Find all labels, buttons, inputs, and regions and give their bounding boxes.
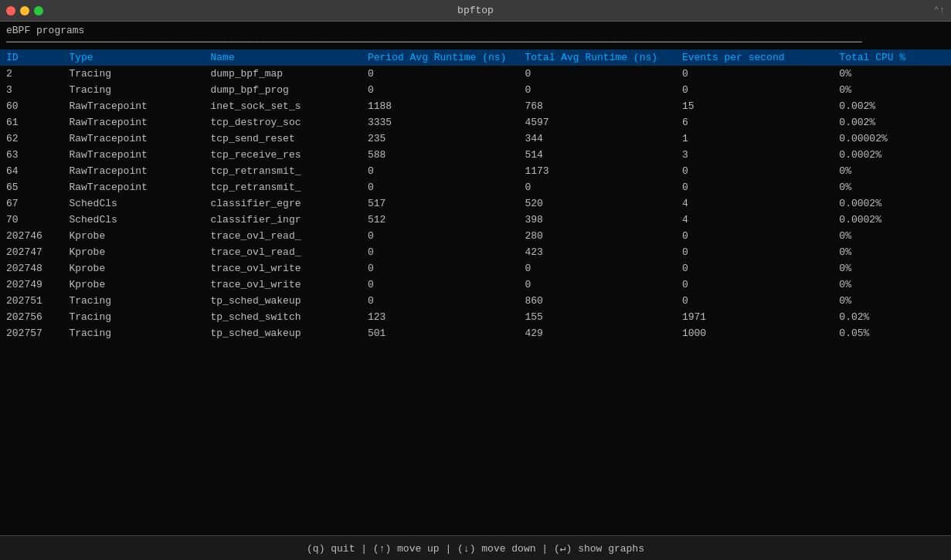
table-row[interactable]: 2Tracingdump_bpf_map0000%	[0, 66, 951, 82]
cell-name: inet_sock_set_s	[204, 98, 361, 114]
table-row[interactable]: 67SchedClsclassifier_egre51752040.0002%	[0, 195, 951, 212]
cell-period: 0	[362, 293, 518, 309]
cell-events: 4	[676, 212, 833, 228]
cell-type: Tracing	[63, 325, 204, 341]
titlebar: bpftop ⌃↑	[0, 0, 951, 22]
cell-total: 280	[518, 228, 675, 244]
cell-id: 202749	[0, 277, 63, 293]
cell-id: 202746	[0, 228, 63, 244]
maximize-button[interactable]	[34, 6, 43, 15]
cell-name: trace_ovl_write	[204, 277, 361, 293]
table-row[interactable]: 202749Kprobetrace_ovl_write0000%	[0, 277, 951, 293]
cell-total: 768	[518, 98, 675, 114]
cell-type: Kprobe	[63, 244, 204, 260]
cell-period: 0	[362, 277, 518, 293]
cell-type: SchedCls	[63, 212, 204, 228]
cell-id: 64	[0, 163, 63, 179]
table-row[interactable]: 202747Kprobetrace_ovl_read_042300%	[0, 244, 951, 260]
cell-name: trace_ovl_read_	[204, 244, 361, 260]
cell-cpu: 0%	[833, 66, 951, 82]
cell-type: SchedCls	[63, 195, 204, 212]
cell-type: Tracing	[63, 293, 204, 309]
cell-total: 0	[518, 260, 675, 277]
cell-cpu: 0%	[833, 277, 951, 293]
cell-period: 0	[362, 244, 518, 260]
cell-name: trace_ovl_write	[204, 260, 361, 277]
cell-period: 0	[362, 228, 518, 244]
cell-type: Kprobe	[63, 228, 204, 244]
cell-period: 0	[362, 260, 518, 277]
cell-events: 1971	[676, 309, 833, 325]
table-row[interactable]: 64RawTracepointtcp_retransmit_0117300%	[0, 163, 951, 179]
table-container: ID Type Name Period Avg Runtime (ns) Tot…	[0, 49, 951, 535]
window-controls	[6, 6, 43, 15]
table-row[interactable]: 65RawTracepointtcp_retransmit_0000%	[0, 179, 951, 195]
cell-total: 0	[518, 277, 675, 293]
main-content: eBPF programs ──────────────────────────…	[0, 22, 951, 535]
cell-id: 61	[0, 114, 63, 131]
col-header-type: Type	[63, 49, 204, 66]
cell-events: 4	[676, 195, 833, 212]
minimize-button[interactable]	[20, 6, 29, 15]
table-row[interactable]: 60RawTracepointinet_sock_set_s1188768150…	[0, 98, 951, 114]
cell-events: 0	[676, 244, 833, 260]
cell-cpu: 0%	[833, 293, 951, 309]
cell-events: 0	[676, 277, 833, 293]
titlebar-shortcut: ⌃↑	[934, 5, 945, 16]
cell-id: 202757	[0, 325, 63, 341]
cell-events: 0	[676, 228, 833, 244]
cell-total: 0	[518, 66, 675, 82]
window-title: bpftop	[457, 5, 494, 16]
ebpf-table: ID Type Name Period Avg Runtime (ns) Tot…	[0, 49, 951, 341]
table-row[interactable]: 70SchedClsclassifier_ingr51239840.0002%	[0, 212, 951, 228]
cell-cpu: 0.00002%	[833, 131, 951, 147]
cell-id: 65	[0, 179, 63, 195]
cell-cpu: 0.0002%	[833, 212, 951, 228]
cell-cpu: 0.0002%	[833, 195, 951, 212]
section-label: eBPF programs	[6, 25, 84, 36]
cell-cpu: 0.0002%	[833, 147, 951, 163]
cell-id: 202756	[0, 309, 63, 325]
table-row[interactable]: 3Tracingdump_bpf_prog0000%	[0, 82, 951, 98]
cell-total: 4597	[518, 114, 675, 131]
cell-name: tp_sched_wakeup	[204, 293, 361, 309]
cell-cpu: 0%	[833, 179, 951, 195]
cell-period: 517	[362, 195, 518, 212]
cell-name: tcp_retransmit_	[204, 179, 361, 195]
table-row[interactable]: 202748Kprobetrace_ovl_write0000%	[0, 260, 951, 277]
cell-id: 62	[0, 131, 63, 147]
table-row[interactable]: 61RawTracepointtcp_destroy_soc3335459760…	[0, 114, 951, 131]
cell-id: 63	[0, 147, 63, 163]
table-row[interactable]: 202751Tracingtp_sched_wakeup086000%	[0, 293, 951, 309]
cell-events: 0	[676, 293, 833, 309]
close-button[interactable]	[6, 6, 15, 15]
table-row[interactable]: 63RawTracepointtcp_receive_res58851430.0…	[0, 147, 951, 163]
cell-period: 588	[362, 147, 518, 163]
cell-period: 1188	[362, 98, 518, 114]
cell-total: 344	[518, 131, 675, 147]
cell-type: RawTracepoint	[63, 131, 204, 147]
table-row[interactable]: 202746Kprobetrace_ovl_read_028000%	[0, 228, 951, 244]
cell-period: 0	[362, 163, 518, 179]
cell-events: 15	[676, 98, 833, 114]
table-row[interactable]: 62RawTracepointtcp_send_reset23534410.00…	[0, 131, 951, 147]
cell-id: 202747	[0, 244, 63, 260]
col-header-period: Period Avg Runtime (ns)	[362, 49, 518, 66]
cell-period: 3335	[362, 114, 518, 131]
cell-type: Tracing	[63, 66, 204, 82]
cell-type: RawTracepoint	[63, 163, 204, 179]
table-header-row: ID Type Name Period Avg Runtime (ns) Tot…	[0, 49, 951, 66]
section-header: eBPF programs ──────────────────────────…	[0, 22, 951, 49]
cell-name: tp_sched_wakeup	[204, 325, 361, 341]
cell-period: 512	[362, 212, 518, 228]
cell-id: 67	[0, 195, 63, 212]
cell-events: 6	[676, 114, 833, 131]
table-row[interactable]: 202756Tracingtp_sched_switch12315519710.…	[0, 309, 951, 325]
cell-cpu: 0%	[833, 244, 951, 260]
cell-id: 202748	[0, 260, 63, 277]
cell-total: 155	[518, 309, 675, 325]
cell-cpu: 0.002%	[833, 114, 951, 131]
col-header-name: Name	[204, 49, 361, 66]
cell-type: RawTracepoint	[63, 147, 204, 163]
table-row[interactable]: 202757Tracingtp_sched_wakeup50142910000.…	[0, 325, 951, 341]
